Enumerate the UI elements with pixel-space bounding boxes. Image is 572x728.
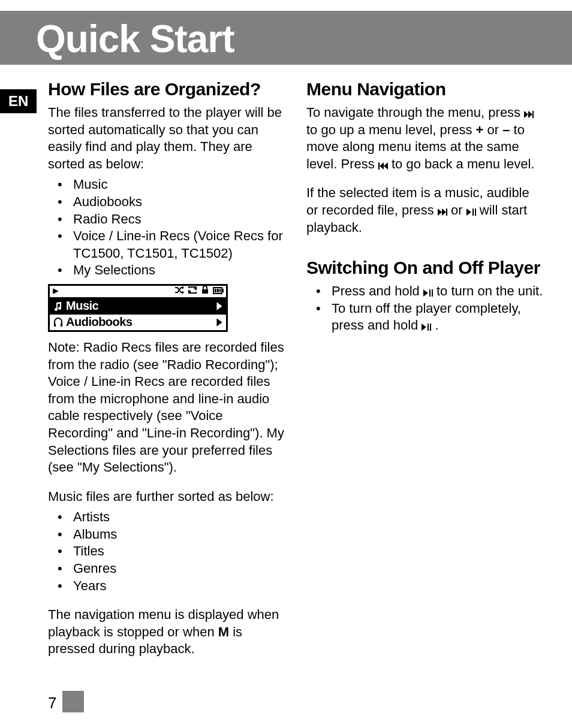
list-item: Voice / Line-in Recs (Voice Recs for TC1… xyxy=(55,228,285,262)
intro-paragraph: The files transferred to the player will… xyxy=(48,104,285,173)
skip-back-icon xyxy=(378,156,388,171)
music-sort-list: Artists Albums Titles Genres Years xyxy=(48,509,285,594)
list-item: Artists xyxy=(55,509,285,526)
music-note-icon xyxy=(53,301,64,312)
chevron-right-icon xyxy=(216,301,223,311)
title-banner: Quick Start xyxy=(0,0,572,65)
svg-marker-22 xyxy=(442,209,446,216)
svg-marker-19 xyxy=(380,162,384,170)
list-item: Titles xyxy=(55,543,285,560)
list-item: Genres xyxy=(55,560,285,578)
svg-marker-16 xyxy=(528,111,532,118)
play-indicator-icon xyxy=(52,288,59,295)
svg-rect-18 xyxy=(378,162,380,170)
shuffle-icon xyxy=(174,286,184,297)
heading-files-organized: How Files are Organized? xyxy=(48,79,285,99)
categories-list: Music Audiobooks Radio Recs Voice / Line… xyxy=(48,176,285,279)
svg-rect-13 xyxy=(61,324,62,327)
footer-square-decoration xyxy=(62,691,84,712)
music-sort-intro: Music files are further sorted as below: xyxy=(48,488,285,506)
note-paragraph: Note: Radio Recs files are recorded file… xyxy=(48,339,285,476)
svg-marker-14 xyxy=(216,318,222,327)
list-item: Albums xyxy=(55,526,285,543)
language-badge: EN xyxy=(0,89,37,113)
menu-nav-paragraph-2: If the selected item is a music, audible… xyxy=(306,185,543,236)
player-lcd-illustration: Music Audiobooks xyxy=(48,284,228,332)
list-item: Years xyxy=(55,578,285,595)
svg-rect-31 xyxy=(428,324,429,331)
page-number: 7 xyxy=(48,694,56,712)
page-footer: 7 xyxy=(48,691,84,712)
lcd-row-music: Music xyxy=(50,299,226,315)
svg-rect-8 xyxy=(215,289,216,292)
svg-marker-0 xyxy=(53,289,59,295)
heading-menu-navigation: Menu Navigation xyxy=(306,79,543,99)
svg-rect-17 xyxy=(532,111,534,118)
lcd-row-label: Audiobooks xyxy=(66,315,133,329)
svg-rect-7 xyxy=(222,289,224,292)
list-item: Audiobooks xyxy=(55,194,285,211)
m-button-label: M xyxy=(218,624,229,639)
svg-rect-5 xyxy=(202,289,208,294)
list-item: My Selections xyxy=(55,262,285,279)
list-item: Press and hold to turn on the unit. xyxy=(314,283,543,300)
skip-forward-icon xyxy=(438,203,447,218)
svg-marker-20 xyxy=(384,162,388,170)
svg-marker-15 xyxy=(524,111,528,118)
left-column: How Files are Organized? The files trans… xyxy=(48,79,285,661)
headphones-icon xyxy=(53,317,64,328)
svg-marker-2 xyxy=(182,291,184,294)
skip-forward-icon xyxy=(524,105,534,120)
heading-switching-on-off: Switching On and Off Player xyxy=(306,258,543,278)
chevron-right-icon xyxy=(216,318,223,327)
svg-rect-25 xyxy=(472,209,474,216)
svg-marker-24 xyxy=(466,209,471,216)
switch-list: Press and hold to turn on the unit. To t… xyxy=(306,283,543,334)
nav-menu-paragraph: The navigation menu is displayed when pl… xyxy=(48,606,285,658)
svg-marker-11 xyxy=(216,302,222,310)
right-column: Menu Navigation To navigate through the … xyxy=(306,79,543,661)
play-pause-icon xyxy=(423,283,433,298)
play-pause-icon xyxy=(466,203,476,218)
svg-rect-12 xyxy=(54,324,56,327)
svg-rect-28 xyxy=(429,289,430,297)
svg-rect-9 xyxy=(217,289,219,292)
svg-marker-30 xyxy=(422,324,426,331)
play-pause-icon xyxy=(422,318,431,333)
svg-marker-27 xyxy=(423,289,428,297)
lcd-row-label: Music xyxy=(66,299,98,313)
svg-marker-1 xyxy=(182,286,184,289)
menu-nav-paragraph-1: To navigate through the menu, press to g… xyxy=(306,104,543,173)
list-item: Music xyxy=(55,176,285,194)
battery-icon xyxy=(213,286,224,297)
list-item: To turn off the player completely, press… xyxy=(314,300,543,334)
repeat-icon xyxy=(188,286,197,297)
page-title: Quick Start xyxy=(36,17,536,61)
svg-marker-21 xyxy=(438,209,442,216)
svg-rect-10 xyxy=(219,289,221,292)
list-item: Radio Recs xyxy=(55,211,285,228)
lcd-row-audiobooks: Audiobooks xyxy=(50,315,226,330)
lcd-status-bar xyxy=(50,286,226,299)
lock-icon xyxy=(201,286,209,297)
